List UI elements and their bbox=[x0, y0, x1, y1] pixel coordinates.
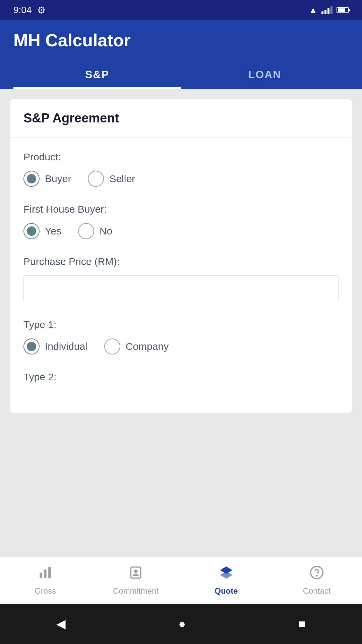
nav-label-commitment: Commitment bbox=[113, 586, 159, 596]
status-bar-left: 9:04 ⚙ bbox=[13, 5, 46, 16]
type1-field: Type 1: Individual Company bbox=[23, 319, 339, 355]
type1-radio-group: Individual Company bbox=[23, 338, 339, 355]
first-house-buyer-yes-radio[interactable] bbox=[23, 223, 40, 239]
signal-icon bbox=[321, 6, 333, 14]
card-body: Product: Buyer Seller First House Buyer: bbox=[10, 138, 352, 413]
layers-icon bbox=[219, 565, 234, 584]
home-button[interactable] bbox=[178, 617, 186, 631]
type1-individual-radio[interactable] bbox=[23, 338, 40, 355]
question-circle-icon bbox=[309, 565, 324, 584]
first-house-buyer-yes-label: Yes bbox=[45, 225, 61, 237]
wifi-icon: ▲ bbox=[309, 5, 317, 15]
nav-label-contact: Contact bbox=[303, 586, 331, 596]
purchase-price-field: Purchase Price (RM): bbox=[23, 256, 339, 302]
product-field: Product: Buyer Seller bbox=[23, 151, 339, 187]
app-title: MH Calculator bbox=[13, 30, 349, 50]
type1-company-option[interactable]: Company bbox=[104, 338, 169, 355]
svg-marker-6 bbox=[220, 571, 233, 579]
status-bar: 9:04 ⚙ ▲ bbox=[0, 0, 362, 20]
purchase-price-input[interactable] bbox=[23, 275, 339, 302]
sp-agreement-card: S&P Agreement Product: Buyer Seller bbox=[10, 99, 352, 413]
time-display: 9:04 bbox=[13, 5, 32, 15]
product-label: Product: bbox=[23, 151, 339, 163]
first-house-buyer-no-radio[interactable] bbox=[78, 223, 94, 239]
system-nav-bar bbox=[0, 604, 362, 644]
main-content: S&P Agreement Product: Buyer Seller bbox=[0, 89, 362, 612]
tab-sp[interactable]: S&P bbox=[13, 60, 181, 89]
product-seller-option[interactable]: Seller bbox=[88, 171, 135, 187]
first-house-buyer-radio-group: Yes No bbox=[23, 223, 339, 239]
nav-label-gross: Gross bbox=[35, 586, 56, 596]
tab-bar: S&P LOAN bbox=[13, 60, 349, 89]
product-buyer-radio[interactable] bbox=[23, 171, 40, 187]
type1-individual-label: Individual bbox=[45, 341, 87, 352]
gear-icon: ⚙ bbox=[37, 5, 46, 16]
first-house-buyer-no-option[interactable]: No bbox=[78, 223, 112, 239]
svg-rect-2 bbox=[48, 567, 51, 578]
first-house-buyer-yes-option[interactable]: Yes bbox=[23, 223, 61, 239]
nav-item-quote[interactable]: Quote bbox=[181, 557, 272, 604]
bar-chart-icon bbox=[38, 565, 53, 584]
product-seller-label: Seller bbox=[109, 173, 135, 184]
person-badge-icon bbox=[128, 565, 143, 584]
type1-individual-option[interactable]: Individual bbox=[23, 338, 87, 355]
bottom-nav: Gross Commitment Quote bbox=[0, 557, 362, 604]
svg-rect-0 bbox=[40, 573, 42, 578]
nav-label-quote: Quote bbox=[215, 586, 238, 596]
nav-item-gross[interactable]: Gross bbox=[0, 557, 90, 604]
type2-field: Type 2: bbox=[23, 371, 339, 383]
type1-label: Type 1: bbox=[23, 319, 339, 330]
nav-item-contact[interactable]: Contact bbox=[272, 557, 362, 604]
status-bar-right: ▲ bbox=[309, 5, 349, 15]
product-buyer-option[interactable]: Buyer bbox=[23, 171, 71, 187]
svg-rect-1 bbox=[44, 570, 46, 578]
first-house-buyer-field: First House Buyer: Yes No bbox=[23, 204, 339, 239]
product-seller-radio[interactable] bbox=[88, 171, 104, 187]
card-title: S&P Agreement bbox=[23, 111, 339, 125]
product-radio-group: Buyer Seller bbox=[23, 171, 339, 187]
first-house-buyer-label: First House Buyer: bbox=[23, 204, 339, 215]
nav-item-commitment[interactable]: Commitment bbox=[90, 557, 181, 604]
back-button[interactable] bbox=[56, 617, 66, 631]
product-buyer-label: Buyer bbox=[45, 173, 71, 184]
recents-button[interactable] bbox=[298, 617, 306, 631]
battery-icon bbox=[337, 7, 349, 13]
app-header: MH Calculator S&P LOAN bbox=[0, 20, 362, 89]
type2-label: Type 2: bbox=[23, 371, 339, 383]
first-house-buyer-no-label: No bbox=[100, 225, 112, 237]
tab-loan[interactable]: LOAN bbox=[181, 60, 349, 89]
type1-company-radio[interactable] bbox=[104, 338, 120, 355]
card-header: S&P Agreement bbox=[10, 99, 352, 138]
svg-point-4 bbox=[134, 570, 138, 573]
type1-company-label: Company bbox=[126, 341, 169, 352]
purchase-price-label: Purchase Price (RM): bbox=[23, 256, 339, 267]
